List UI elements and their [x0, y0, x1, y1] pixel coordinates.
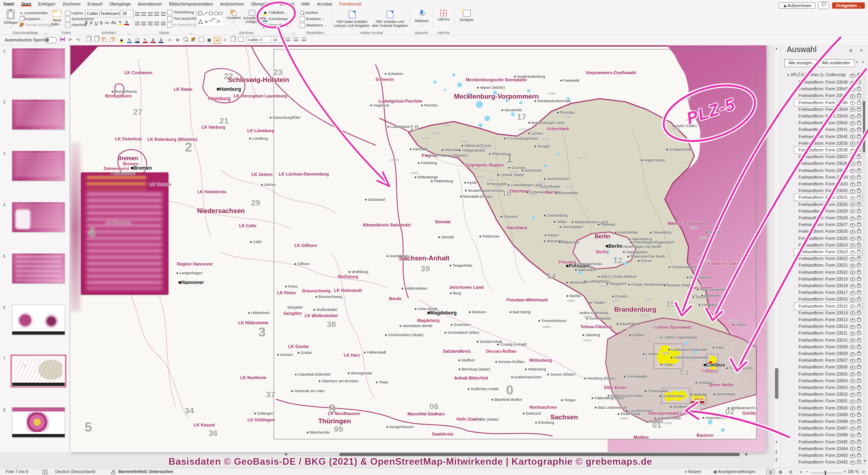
lock-icon[interactable] — [857, 230, 861, 233]
lock-icon[interactable] — [857, 352, 861, 355]
lock-icon[interactable] — [857, 162, 861, 165]
selection-item-23497[interactable]: Freihandform: Form 23497 — [780, 425, 868, 431]
selection-item-23531[interactable]: Freihandform: Form 23531 — [780, 194, 868, 200]
visibility-eye-icon[interactable] — [850, 155, 855, 159]
visibility-eye-icon[interactable] — [850, 142, 855, 146]
visibility-eye-icon[interactable] — [850, 461, 855, 465]
show-all-button[interactable]: Alle anzeigen — [784, 59, 817, 67]
redo-button[interactable]: ↷ — [75, 37, 81, 43]
qat-align-icon[interactable] — [293, 37, 299, 43]
visibility-eye-icon[interactable] — [850, 277, 855, 281]
qat-font-size-box[interactable]: 18 ⌄ — [271, 36, 285, 43]
vertical-scrollbar[interactable]: ▲ ▼ ▲▲ ▼▼ — [773, 45, 780, 468]
selection-item-23504[interactable]: Freihandform: Form 23504 — [780, 378, 868, 384]
lock-icon[interactable] — [857, 176, 861, 179]
hyperlink-icon[interactable] — [198, 37, 204, 43]
list-scroll-down-icon[interactable]: ▼ — [863, 459, 866, 463]
selection-item-23535[interactable]: Freihandform: Form 23535 — [780, 167, 868, 174]
visibility-eye-icon[interactable] — [850, 251, 855, 254]
tab-bildschirmpräsentation[interactable]: Bildschirmpräsentation — [166, 0, 217, 6]
cut-button[interactable]: Ausschneiden — [20, 10, 48, 15]
selection-item-23543[interactable]: Freihandform: Form 23543 — [780, 113, 868, 119]
selected-plz-shape-1[interactable] — [654, 344, 683, 369]
tab-start[interactable]: Start — [18, 0, 35, 6]
selection-item-23534[interactable]: Freihandform: Form 23534 — [780, 174, 868, 180]
duplicate-icon[interactable] — [93, 37, 99, 43]
selection-item-23548[interactable]: Freihandform: Form 23548 — [780, 79, 868, 85]
scroll-up-icon[interactable]: ▲ — [775, 47, 778, 50]
selection-item-23539[interactable]: Freihandform: Form 23539 — [780, 140, 868, 146]
selection-item-23508[interactable]: Freihandform: Form 23508 — [780, 350, 868, 357]
display-settings[interactable]: ▣ Anzeigeeinstellungen — [713, 469, 756, 474]
visibility-eye-icon[interactable] — [850, 298, 855, 302]
lock-icon[interactable] — [857, 454, 861, 457]
record-button[interactable]: Aufzeichnen — [779, 2, 816, 9]
visibility-eye-icon[interactable] — [850, 243, 855, 247]
lock-icon[interactable] — [857, 115, 861, 118]
font-color-icon[interactable]: A — [124, 21, 129, 25]
selection-item-23519[interactable]: Freihandform: Form 23519 — [780, 276, 868, 282]
tab-hilfe[interactable]: Hilfe — [298, 0, 314, 6]
highlighter-icon[interactable] — [190, 37, 196, 43]
save-button[interactable] — [59, 37, 65, 43]
selection-item-23518[interactable]: Freihandform: Form 23518 — [780, 282, 868, 289]
lock-icon[interactable] — [857, 74, 861, 77]
lock-icon[interactable] — [857, 427, 861, 430]
pdf-create-link-button[interactable]: PDF-Datei erstellen und per Link freigeb… — [334, 11, 370, 28]
selection-item-23522[interactable]: Freihandform: Form 23522 — [780, 255, 868, 262]
fill-color-icon[interactable]: ◆ — [119, 37, 125, 43]
visibility-eye-icon[interactable] — [850, 81, 855, 85]
tab-übergänge[interactable]: Übergänge — [106, 0, 134, 6]
selection-group-row[interactable]: ∨ #PLZ-5-Flächen (s. Codierungstab… — [780, 72, 868, 78]
selection-item-23507[interactable]: Freihandform: Form 23507 — [780, 357, 868, 363]
lock-icon[interactable] — [857, 400, 861, 403]
lock-icon[interactable] — [857, 325, 861, 328]
map-attribution-caption[interactable]: Basisdaten © GeoBasis-DE / BKG (2021) & … — [150, 456, 671, 467]
visibility-eye-icon[interactable] — [850, 196, 855, 200]
pane-scroll-thumb[interactable] — [863, 101, 865, 152]
selection-item-23510[interactable]: Freihandform: Form 23510 — [780, 337, 868, 343]
lock-icon[interactable] — [857, 386, 861, 389]
lock-icon[interactable] — [857, 251, 861, 254]
justify-icon[interactable] — [154, 22, 159, 26]
selection-item-23547[interactable]: Freihandform: Form 23547 — [780, 86, 868, 92]
selection-item-23513[interactable]: Freihandform: Form 23513 — [780, 316, 868, 323]
visibility-eye-icon[interactable] — [850, 400, 855, 404]
visibility-eye-icon[interactable] — [850, 366, 855, 370]
arrange-button[interactable]: Anordnen⌄ — [225, 10, 242, 23]
lock-icon[interactable] — [857, 298, 861, 301]
visibility-eye-icon[interactable] — [850, 183, 855, 187]
move-down-icon[interactable]: ∨ — [862, 60, 864, 64]
visibility-eye-icon[interactable] — [850, 393, 855, 397]
selection-item-23528[interactable]: Freihandform: Form 23528 — [780, 215, 868, 221]
selection-item-23512[interactable]: Freihandform: Form 23512 — [780, 323, 868, 329]
visibility-eye-icon[interactable] — [850, 352, 855, 356]
lock-icon[interactable] — [857, 332, 861, 335]
selection-item-23498[interactable]: Freihandform: Form 23498 — [780, 418, 868, 425]
pane-chevron-icon[interactable]: ∨ — [849, 47, 853, 53]
visibility-eye-icon[interactable] — [850, 108, 855, 112]
selection-item-23523[interactable]: Freihandform: Form 23523 — [780, 249, 868, 255]
visibility-eye-icon[interactable] — [850, 94, 855, 98]
lock-icon[interactable] — [857, 461, 861, 464]
selected-plz-shape-4[interactable] — [690, 393, 706, 404]
normal-view-icon[interactable]: ▤ — [766, 469, 775, 475]
visibility-eye-icon[interactable] — [850, 332, 855, 336]
lock-icon[interactable] — [857, 135, 861, 138]
lock-icon[interactable] — [857, 346, 861, 349]
lock-icon[interactable] — [857, 203, 861, 206]
reading-view-icon[interactable]: ▥ — [787, 469, 795, 475]
slideshow-icon[interactable]: ♦ — [797, 469, 805, 475]
lock-icon[interactable] — [857, 373, 861, 376]
lock-icon[interactable] — [857, 284, 861, 288]
select-button[interactable]: Markieren ⌄ — [300, 22, 327, 28]
zoom-icon[interactable] — [182, 37, 189, 43]
visibility-eye-icon[interactable] — [850, 149, 855, 153]
lock-icon[interactable] — [857, 155, 861, 159]
tab-datei[interactable]: Datei — [0, 0, 18, 6]
character-qat-icon[interactable]: A — [159, 37, 165, 43]
italic-button[interactable]: K — [90, 21, 93, 25]
qat-font-name-box[interactable]: Calibri (T ⌄ — [246, 36, 272, 43]
selection-item-23546[interactable]: Freihandform: Form 23546 — [780, 92, 868, 99]
visibility-eye-icon[interactable] — [850, 135, 855, 139]
